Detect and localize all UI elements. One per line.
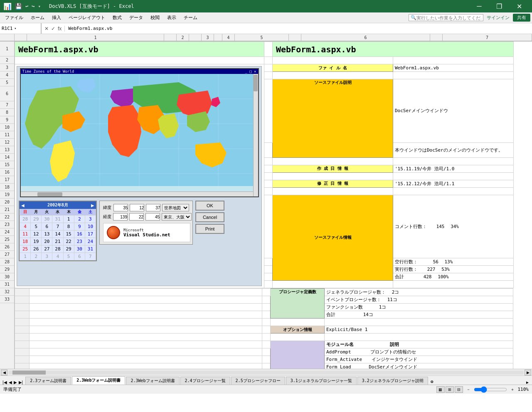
search-input[interactable] bbox=[416, 15, 481, 20]
lon-sec-input[interactable] bbox=[145, 213, 160, 221]
normal-view-button[interactable]: ▦ bbox=[436, 386, 445, 393]
cal-day[interactable]: 30 bbox=[74, 245, 85, 253]
add-sheet-button[interactable]: ⊕ bbox=[429, 379, 435, 385]
cal-day[interactable]: 3 bbox=[42, 253, 52, 260]
save-icon[interactable]: 💾 bbox=[15, 3, 22, 10]
cal-day[interactable]: 30 bbox=[42, 216, 52, 223]
tab-next-button[interactable]: ▶ bbox=[13, 380, 18, 385]
undo-icon[interactable]: ↩ bbox=[25, 3, 28, 9]
cal-day[interactable]: 2 bbox=[31, 253, 42, 260]
cal-day[interactable]: 19 bbox=[31, 238, 42, 245]
menu-page-layout[interactable]: ページレイアウト bbox=[65, 14, 108, 22]
cal-day[interactable]: 27 bbox=[42, 245, 52, 253]
cancel-button[interactable]: Cancel bbox=[195, 212, 224, 222]
cal-day[interactable]: 21 bbox=[52, 238, 63, 245]
table-row[interactable]: 11 12 13 14 15 16 17 bbox=[20, 231, 96, 238]
menu-formula[interactable]: 数式 bbox=[109, 14, 125, 22]
ok-button[interactable]: OK bbox=[195, 201, 224, 211]
cal-day[interactable]: 22 bbox=[63, 238, 74, 245]
cal-day[interactable]: 14 bbox=[52, 231, 63, 238]
tab-prev-button[interactable]: ◀ bbox=[8, 380, 13, 385]
sheet-tab-0[interactable]: 2.3フォーム説明書 bbox=[25, 377, 71, 385]
cal-day[interactable]: 31 bbox=[85, 245, 96, 253]
cal-day[interactable]: 4 bbox=[52, 253, 63, 260]
scroll-left-button[interactable]: ◀ bbox=[1, 370, 7, 375]
lon-deg-input[interactable] bbox=[113, 213, 128, 221]
formula-confirm-button[interactable]: ✓ bbox=[50, 26, 57, 32]
cal-day[interactable]: 13 bbox=[42, 231, 52, 238]
table-row[interactable]: 25 26 27 28 29 30 31 bbox=[20, 245, 96, 253]
minimize-button[interactable]: ─ bbox=[470, 0, 489, 12]
lat-deg-input[interactable] bbox=[113, 204, 128, 211]
zoom-plus-icon[interactable]: ＋ bbox=[510, 387, 515, 392]
cal-day[interactable]: 7 bbox=[52, 223, 63, 231]
lon-min-input[interactable] bbox=[129, 213, 144, 221]
sheet-tab-4[interactable]: 2.5プロシージャフロー bbox=[231, 377, 285, 385]
table-row[interactable]: 28 29 30 31 1 2 3 bbox=[20, 216, 96, 223]
zoom-slider[interactable] bbox=[474, 386, 507, 393]
tab-last-button[interactable]: ▶| bbox=[18, 380, 24, 385]
table-row[interactable]: 1 2 3 4 5 6 7 bbox=[20, 253, 96, 260]
cal-day[interactable]: 12 bbox=[31, 231, 42, 238]
table-row[interactable]: 4 5 6 7 8 9 10 bbox=[20, 223, 96, 231]
signin-button[interactable]: サインイン bbox=[487, 15, 510, 21]
cal-day[interactable]: 24 bbox=[85, 238, 96, 245]
cal-day[interactable]: 20 bbox=[42, 238, 52, 245]
cal-day[interactable]: 26 bbox=[31, 245, 42, 253]
menu-insert[interactable]: 挿入 bbox=[49, 14, 64, 22]
cal-day[interactable]: 29 bbox=[31, 216, 42, 223]
cal-day[interactable]: 11 bbox=[20, 231, 31, 238]
header-left[interactable]: WebForm1.aspx.vb bbox=[15, 42, 264, 57]
map-type-select[interactable]: 世界地図 bbox=[162, 204, 189, 211]
scroll-right-button[interactable]: ▶ bbox=[525, 370, 531, 375]
cal-day[interactable]: 25 bbox=[20, 245, 31, 253]
cal-day[interactable]: 28 bbox=[52, 245, 63, 253]
tab-first-button[interactable]: |◀ bbox=[2, 380, 8, 385]
print-button[interactable]: Print bbox=[195, 224, 224, 234]
city-select[interactable]: 東京、大阪 bbox=[162, 213, 192, 221]
cal-day[interactable]: 29 bbox=[63, 245, 74, 253]
page-break-view-button[interactable]: ⊟ bbox=[455, 386, 463, 393]
menu-review[interactable]: 校閲 bbox=[147, 14, 163, 22]
cal-day[interactable]: 2 bbox=[74, 216, 85, 223]
restore-button[interactable]: ❐ bbox=[490, 0, 509, 12]
h-scrollbar-thumb[interactable] bbox=[12, 370, 46, 375]
cal-day[interactable]: 18 bbox=[20, 238, 31, 245]
cal-day[interactable]: 6 bbox=[42, 223, 52, 231]
sheet-tab-5[interactable]: 3.1ジェネラルプロシージャ一覧 bbox=[286, 377, 357, 385]
cal-day[interactable]: 9 bbox=[74, 223, 85, 231]
cal-day[interactable]: 28 bbox=[20, 216, 31, 223]
redo-icon[interactable]: ↪ bbox=[32, 3, 34, 9]
cal-day[interactable]: 17 bbox=[85, 231, 96, 238]
cal-day[interactable]: 15 bbox=[63, 231, 74, 238]
cal-day[interactable]: 4 bbox=[20, 223, 31, 231]
menu-home[interactable]: ホーム bbox=[27, 14, 48, 22]
sheet-tab-1[interactable]: 2.3Webフォーム説明書 bbox=[72, 376, 125, 385]
cal-day[interactable]: 5 bbox=[63, 253, 74, 260]
sheet-tab-3[interactable]: 2.4プロシージャ一覧 bbox=[180, 377, 230, 385]
cal-next-button[interactable]: ▶ bbox=[91, 203, 94, 208]
search-box[interactable]: 🔍 bbox=[409, 14, 483, 21]
cal-day[interactable]: 31 bbox=[52, 216, 63, 223]
sheet-tab-2[interactable]: 2.3Webフォーム説明書 bbox=[126, 377, 179, 385]
cal-prev-button[interactable]: ◀ bbox=[21, 203, 25, 208]
sheet-tab-6[interactable]: 3.2ジェネラルプロシージャ説明 bbox=[357, 377, 428, 385]
table-row[interactable]: 18 19 20 21 22 23 24 bbox=[20, 238, 96, 245]
formula-cancel-button[interactable]: ✕ bbox=[43, 26, 50, 32]
page-layout-view-button[interactable]: ⊞ bbox=[446, 386, 454, 393]
share-button[interactable]: 共有 bbox=[513, 14, 530, 22]
cal-day[interactable]: 23 bbox=[74, 238, 85, 245]
cal-day[interactable]: 16 bbox=[74, 231, 85, 238]
menu-file[interactable]: ファイル bbox=[2, 14, 27, 22]
menu-view[interactable]: 表示 bbox=[164, 14, 180, 22]
menu-data[interactable]: データ bbox=[126, 14, 146, 22]
menu-team[interactable]: チーム bbox=[180, 14, 201, 22]
cal-day[interactable]: 6 bbox=[74, 253, 85, 260]
formula-fx-button[interactable]: fx bbox=[57, 26, 63, 32]
lat-min-input[interactable] bbox=[130, 204, 144, 211]
cal-day[interactable]: 8 bbox=[63, 223, 74, 231]
cal-day[interactable]: 7 bbox=[85, 253, 96, 260]
name-box[interactable]: R1C1 ▾ bbox=[0, 23, 42, 34]
header-right[interactable]: WebForm1.aspx.vb bbox=[273, 42, 514, 57]
cal-day[interactable]: 5 bbox=[31, 223, 42, 231]
